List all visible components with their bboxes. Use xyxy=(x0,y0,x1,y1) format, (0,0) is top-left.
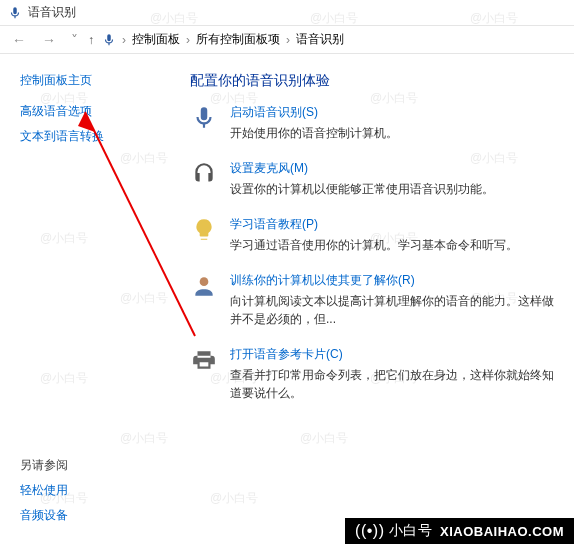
sidebar-see-also-title: 另请参阅 xyxy=(20,457,170,474)
breadcrumb[interactable]: › 控制面板 › 所有控制面板项 › 语音识别 xyxy=(102,31,344,48)
link-ref-card[interactable]: 打开语音参考卡片(C) xyxy=(230,346,560,363)
sidebar-link-advanced[interactable]: 高级语音选项 xyxy=(20,103,170,120)
desc-start-speech: 开始使用你的语音控制计算机。 xyxy=(230,124,398,142)
sidebar-see-also-audio[interactable]: 音频设备 xyxy=(20,507,170,524)
link-start-speech[interactable]: 启动语音识别(S) xyxy=(230,104,398,121)
sidebar-home-link[interactable]: 控制面板主页 xyxy=(20,72,170,89)
breadcrumb-leaf[interactable]: 语音识别 xyxy=(296,31,344,48)
desc-train: 向计算机阅读文本以提高计算机理解你的语音的能力。这样做并不是必须的，但... xyxy=(230,292,560,328)
microphone-icon xyxy=(102,33,116,47)
desc-ref-card: 查看并打印常用命令列表，把它们放在身边，这样你就始终知道要说什么。 xyxy=(230,366,560,402)
nav-back-button[interactable]: ← xyxy=(8,29,30,51)
headset-icon xyxy=(190,160,218,188)
breadcrumb-sub[interactable]: 所有控制面板项 xyxy=(196,31,280,48)
microphone-icon xyxy=(8,6,22,20)
desc-setup-mic: 设置你的计算机以便能够正常使用语音识别功能。 xyxy=(230,180,494,198)
microphone-start-icon xyxy=(190,104,218,132)
nav-forward-button[interactable]: → xyxy=(38,29,60,51)
nav-recent-dropdown[interactable]: ˅ xyxy=(68,29,80,51)
link-tutorial[interactable]: 学习语音教程(P) xyxy=(230,216,518,233)
main-heading: 配置你的语音识别体验 xyxy=(190,72,564,90)
nav-up-button[interactable]: ↑ xyxy=(88,33,94,47)
link-setup-mic[interactable]: 设置麦克风(M) xyxy=(230,160,494,177)
window-title: 语音识别 xyxy=(28,4,76,21)
user-train-icon xyxy=(190,272,218,300)
sidebar-see-also-ease[interactable]: 轻松使用 xyxy=(20,482,170,499)
watermark-bar: ((•))小白号 XIAOBAIHAO.COM xyxy=(345,518,574,544)
lightbulb-icon xyxy=(190,216,218,244)
svg-point-0 xyxy=(200,277,209,286)
printer-icon xyxy=(190,346,218,374)
sidebar-link-tts[interactable]: 文本到语言转换 xyxy=(20,128,170,145)
desc-tutorial: 学习通过语音使用你的计算机。学习基本命令和听写。 xyxy=(230,236,518,254)
link-train[interactable]: 训练你的计算机以使其更了解你(R) xyxy=(230,272,560,289)
breadcrumb-root[interactable]: 控制面板 xyxy=(132,31,180,48)
